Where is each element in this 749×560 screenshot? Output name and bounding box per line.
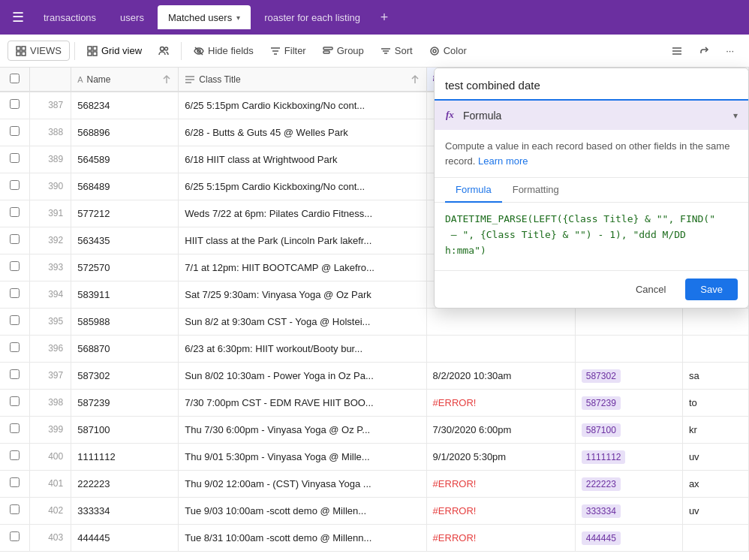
- row-checkbox[interactable]: [10, 99, 20, 109]
- name-cell: 587239: [71, 389, 179, 416]
- name-cell: 577212: [71, 200, 179, 227]
- name-cell: 568896: [71, 119, 179, 146]
- filter-button[interactable]: Filter: [263, 41, 314, 60]
- class-title-cell: 6/23 at 6:30pm: HIIT workout/Booty bur..…: [179, 335, 426, 362]
- hide-fields-button[interactable]: Hide fields: [186, 41, 261, 60]
- table-row: 399587100Thu 7/30 6:00pm - Vinyasa Yoga …: [0, 416, 749, 443]
- row-checkbox[interactable]: [10, 477, 20, 487]
- row-checkbox[interactable]: [10, 153, 20, 163]
- row-checkbox[interactable]: [10, 180, 20, 190]
- color-button[interactable]: Color: [422, 41, 474, 60]
- formula-cell: #ERROR!: [426, 497, 575, 524]
- name-cell: 568489: [71, 173, 179, 200]
- formula-cell: 8/2/2020 10:30am: [426, 362, 575, 389]
- row-checkbox[interactable]: [10, 234, 20, 244]
- svg-rect-7: [93, 52, 97, 56]
- row-checkbox[interactable]: [10, 423, 20, 433]
- formula-area[interactable]: DATETIME_PARSE(LEFT({Class Title} & "", …: [435, 203, 748, 270]
- formula-cell: 9/1/2020 5:30pm: [426, 443, 575, 470]
- formula-cell: [426, 308, 575, 335]
- tab-formula[interactable]: Formula: [445, 178, 502, 203]
- row-number: 393: [30, 254, 71, 281]
- row-checkbox[interactable]: [10, 531, 20, 541]
- tab-transactions[interactable]: transactions: [33, 5, 107, 29]
- formula-cell: #ERROR!: [426, 470, 575, 497]
- row-checkbox[interactable]: [10, 396, 20, 406]
- add-tab-button[interactable]: +: [374, 7, 395, 28]
- name-cell: 568870: [71, 335, 179, 362]
- row-checkbox[interactable]: [10, 369, 20, 379]
- formula-cell: [426, 335, 575, 362]
- tab-users[interactable]: users: [110, 5, 155, 29]
- tab-matched-users[interactable]: Matched users ▾: [158, 5, 251, 29]
- svg-text:fx: fx: [446, 109, 454, 120]
- svg-rect-4: [88, 47, 92, 50]
- grid-view-button[interactable]: Grid view: [80, 41, 149, 60]
- share-button[interactable]: [691, 42, 717, 60]
- row-checkbox[interactable]: [10, 342, 20, 352]
- select-all-checkbox[interactable]: [10, 74, 20, 83]
- class-title-header[interactable]: Class Title: [179, 68, 426, 92]
- svg-rect-1: [22, 47, 26, 50]
- class-title-cell: 6/25 5:15pm Cardio Kickboxing/No cont...: [179, 173, 426, 200]
- suffix-cell: ax: [682, 470, 748, 497]
- table-row: 4001111112Thu 9/01 5:30pm - Vinyasa Yoga…: [0, 443, 749, 470]
- hamburger-icon[interactable]: ☰: [6, 3, 30, 32]
- transaction-cell: 587239: [575, 389, 682, 416]
- row-height-button[interactable]: [664, 42, 690, 60]
- row-checkbox[interactable]: [10, 261, 20, 271]
- row-checkbox[interactable]: [10, 288, 20, 298]
- field-name-input[interactable]: [435, 68, 748, 101]
- svg-rect-5: [93, 47, 97, 50]
- tx-badge: 222223: [582, 477, 621, 491]
- suffix-cell: [682, 335, 748, 362]
- group-button[interactable]: Group: [315, 41, 371, 60]
- row-number: 388: [30, 119, 71, 146]
- row-checkbox[interactable]: [10, 504, 20, 514]
- name-col-sort-icon: [161, 74, 172, 85]
- class-title-cell: Thu 7/30 6:00pm - Vinyasa Yoga @ Oz P...: [179, 416, 426, 443]
- cancel-button[interactable]: Cancel: [624, 278, 678, 300]
- row-checkbox[interactable]: [10, 207, 20, 217]
- row-number: 403: [30, 524, 71, 551]
- table-row: 402333334Tue 9/03 10:00am -scott demo @ …: [0, 497, 749, 524]
- tx-badge: 587302: [582, 369, 621, 383]
- learn-more-link[interactable]: Learn more: [478, 155, 528, 167]
- share-icon: [699, 46, 709, 56]
- suffix-cell: kr: [682, 416, 748, 443]
- name-cell: 568234: [71, 92, 179, 119]
- class-title-cell: 6/25 5:15pm Cardio Kickboxing/No cont...: [179, 92, 426, 119]
- people-icon-button[interactable]: [151, 42, 176, 60]
- class-title-cell: Weds 7/22 at 6pm: Pilates Cardio Fitness…: [179, 200, 426, 227]
- tab-formatting[interactable]: Formatting: [502, 178, 570, 203]
- tx-badge: 587100: [582, 423, 621, 437]
- tab-roaster[interactable]: roaster for each listing: [254, 5, 371, 29]
- table-row: 397587302Sun 8/02 10:30am - Power Yoga i…: [0, 362, 749, 389]
- svg-rect-3: [22, 52, 26, 56]
- row-number: 396: [30, 335, 71, 362]
- row-number: 390: [30, 173, 71, 200]
- row-checkbox[interactable]: [10, 126, 20, 136]
- action-row: Cancel Save: [435, 270, 748, 308]
- name-header[interactable]: A Name: [71, 68, 179, 92]
- row-checkbox[interactable]: [10, 315, 20, 325]
- row-height-icon: [672, 46, 682, 56]
- checkbox-header: [0, 68, 30, 92]
- save-button[interactable]: Save: [685, 278, 738, 300]
- name-cell: 587302: [71, 362, 179, 389]
- tx-badge: 444445: [582, 531, 621, 545]
- tx-badge: 333334: [582, 504, 621, 518]
- transaction-cell: 587302: [575, 362, 682, 389]
- svg-point-15: [433, 50, 436, 53]
- views-button[interactable]: VIEWS: [8, 41, 70, 61]
- sort-button[interactable]: Sort: [373, 41, 420, 60]
- row-num-header: [30, 68, 71, 92]
- row-number: 391: [30, 200, 71, 227]
- type-selector[interactable]: fx Formula ▾: [435, 101, 748, 130]
- name-cell: 585988: [71, 308, 179, 335]
- row-checkbox[interactable]: [10, 450, 20, 460]
- more-button[interactable]: ···: [718, 41, 741, 60]
- row-number: 402: [30, 497, 71, 524]
- formula-type-icon: fx: [445, 108, 457, 122]
- class-title-cell: Thu 9/01 5:30pm - Vinyasa Yoga @ Mille..…: [179, 443, 426, 470]
